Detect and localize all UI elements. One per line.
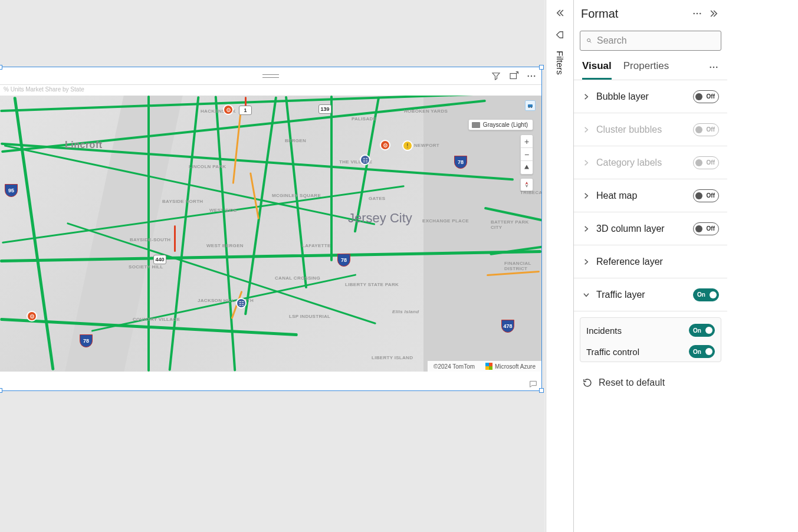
- map-label: EXCHANGE PLACE: [422, 218, 469, 224]
- map-label: LINCOLN PARK: [189, 164, 226, 169]
- map-label: GATES: [369, 196, 385, 201]
- water-area-2: [65, 96, 182, 372]
- resize-handle-nw[interactable]: [0, 65, 2, 70]
- svg-point-9: [700, 13, 701, 15]
- map-label: MCGINLEY SQUARE: [272, 193, 321, 198]
- rotate-icon[interactable]: [554, 29, 565, 40]
- section-cluster-bubbles: Cluster bubbles Off: [574, 113, 727, 146]
- filter-icon[interactable]: [491, 71, 501, 81]
- copyright-text: ©2024 TomTom: [434, 363, 475, 370]
- interstate-shield: 78: [454, 156, 467, 169]
- sub-label: Traffic control: [586, 347, 639, 357]
- section-traffic-layer[interactable]: Traffic layer On: [574, 278, 727, 311]
- svg-rect-4: [528, 104, 533, 107]
- resize-handle-sw[interactable]: [0, 388, 2, 393]
- svg-point-5: [528, 107, 530, 108]
- toggle-traffic-control[interactable]: On: [689, 345, 715, 358]
- more-options-icon[interactable]: [692, 8, 702, 19]
- sub-incidents: Incidents On: [586, 324, 715, 337]
- tab-visual[interactable]: Visual: [582, 60, 612, 80]
- map-label: LAFAYETTE: [302, 243, 331, 248]
- section-label: Reference layer: [596, 257, 719, 267]
- toggle-incidents[interactable]: On: [689, 324, 715, 337]
- map-traffic-toggle-icon[interactable]: [525, 100, 536, 111]
- filters-label[interactable]: Filters: [555, 51, 565, 75]
- report-canvas: % Units Market Share by State: [0, 0, 545, 532]
- resize-handle-ne[interactable]: [539, 65, 544, 70]
- section-3d-column-layer[interactable]: 3D column layer Off: [574, 212, 727, 245]
- map-label: HOBOKEN YARDS: [404, 109, 448, 114]
- route-shield: 139: [318, 104, 331, 114]
- more-options-icon[interactable]: [526, 71, 537, 81]
- map-label: WEST BERGEN: [206, 243, 244, 248]
- zoom-in-button[interactable]: +: [521, 135, 533, 148]
- map-label: WEST SIDE: [209, 208, 237, 213]
- sub-label: Incidents: [586, 326, 622, 336]
- visual-header: [0, 67, 541, 85]
- visual-title: % Units Market Share by State: [0, 85, 541, 96]
- chevron-right-icon: [582, 93, 590, 101]
- map-zoom-controls: + −: [520, 134, 533, 175]
- pitch-button[interactable]: [521, 161, 533, 174]
- svg-point-8: [697, 13, 698, 15]
- incident-marker[interactable]: ⚙: [27, 311, 37, 321]
- map-label: Ellis Island: [392, 309, 419, 314]
- map-label: BAYSIDE-SOUTH: [130, 237, 170, 242]
- traffic-sub-section: Incidents On Traffic control On: [580, 317, 721, 362]
- incident-marker[interactable]: !: [402, 140, 413, 151]
- section-reference-layer[interactable]: Reference layer: [574, 245, 727, 278]
- map-style-control[interactable]: Grayscale (Light): [468, 119, 533, 130]
- section-label: Bubble layer: [596, 91, 687, 102]
- map-label: LSP INDUSTRIAL: [289, 314, 330, 319]
- map-label: PALISADE: [352, 116, 376, 121]
- azure-logo-icon: [485, 363, 492, 370]
- tab-properties[interactable]: Properties: [623, 60, 669, 80]
- expand-filters-icon[interactable]: [554, 7, 566, 19]
- search-input[interactable]: [597, 35, 715, 46]
- compass-button[interactable]: [520, 178, 533, 191]
- interstate-shield: 95: [5, 184, 18, 197]
- map-attribution: ©2024 TomTom Microsoft Azure: [428, 361, 541, 372]
- interstate-shield: 478: [501, 320, 514, 333]
- reset-to-default[interactable]: Reset to default: [574, 368, 727, 398]
- zoom-out-button[interactable]: −: [521, 148, 533, 161]
- format-sections: Bubble layer Off Cluster bubbles Off Cat…: [574, 80, 727, 398]
- format-tabs: Visual Properties: [574, 54, 727, 80]
- focus-mode-icon[interactable]: [508, 71, 519, 81]
- chevron-right-icon: [582, 258, 590, 266]
- resize-handle-se[interactable]: [539, 388, 544, 393]
- incident-marker[interactable]: ☷: [360, 155, 370, 165]
- filters-pane-collapsed: Filters: [546, 0, 574, 532]
- drag-handle-icon[interactable]: [262, 74, 279, 78]
- reset-icon: [582, 377, 593, 388]
- map-label: CANAL CROSSING: [275, 275, 320, 281]
- search-icon: [586, 36, 592, 45]
- route-shield: 440: [153, 255, 166, 264]
- map-label: Lincroft: [65, 140, 103, 150]
- svg-point-11: [710, 66, 711, 68]
- format-search[interactable]: [580, 31, 721, 51]
- section-bubble-layer[interactable]: Bubble layer Off: [574, 80, 727, 113]
- map-viewport[interactable]: Lincroft Jersey City LINCOLN PARK BAYSID…: [0, 96, 541, 372]
- tabs-more-icon[interactable]: [708, 62, 719, 78]
- map-label: LIBERTY ISLAND: [372, 355, 413, 360]
- collapse-panel-icon[interactable]: [708, 8, 720, 19]
- toggle-bubble-layer[interactable]: Off: [693, 90, 719, 103]
- map-label: FINANCIAL DISTRICT: [504, 261, 541, 271]
- map-label: SOCIETY HILL: [129, 264, 163, 270]
- incident-marker[interactable]: ⚙: [223, 104, 234, 115]
- incident-marker[interactable]: ☷: [236, 298, 247, 308]
- section-heat-map[interactable]: Heat map Off: [574, 179, 727, 212]
- map-visual-container[interactable]: % Units Market Share by State: [0, 67, 541, 390]
- reset-label: Reset to default: [599, 377, 665, 388]
- map-label: BERGEN: [285, 138, 306, 143]
- map-label: COUNTRY VILLAGE: [133, 317, 180, 322]
- section-label: Heat map: [596, 191, 687, 201]
- incident-marker[interactable]: ⚙: [380, 140, 390, 150]
- toggle-heat-map[interactable]: Off: [693, 189, 719, 202]
- toggle-traffic-layer[interactable]: On: [693, 288, 719, 301]
- toggle-3d-column-layer[interactable]: Off: [693, 222, 719, 235]
- comment-icon[interactable]: [528, 379, 538, 389]
- chevron-right-icon: [582, 192, 590, 200]
- toggle-cluster-bubbles: Off: [693, 123, 719, 136]
